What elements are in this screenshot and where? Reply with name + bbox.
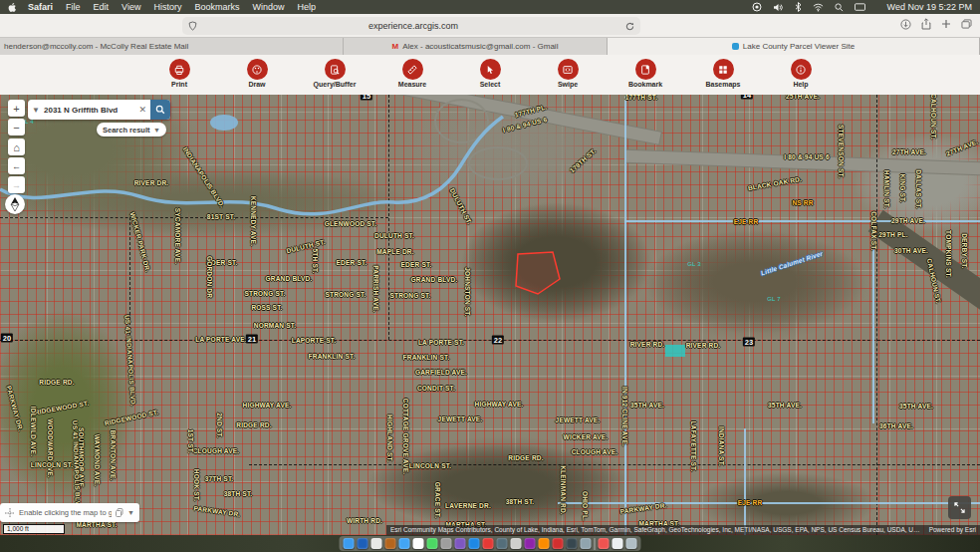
apple-menu-icon[interactable] (8, 2, 18, 12)
menu-item-view[interactable]: View (122, 2, 140, 12)
search-result-dropdown[interactable]: Search result ▼ (97, 123, 166, 137)
dock-app-downloads[interactable] (599, 538, 610, 549)
dock-app-calendar[interactable] (413, 538, 424, 549)
privacy-shield-icon[interactable] (188, 21, 197, 31)
menu-item-bookmarks[interactable]: Bookmarks (194, 2, 239, 12)
dock-app-excel-x[interactable] (483, 538, 494, 549)
display-icon[interactable] (855, 3, 865, 12)
tool-label: Help (793, 81, 808, 88)
menu-item-safari[interactable]: Safari (28, 2, 53, 12)
zoom-out-button[interactable]: − (8, 119, 25, 136)
attribution-text: Esri Community Maps Contributors, County… (390, 525, 921, 535)
back-button[interactable]: ← (8, 157, 25, 174)
safari-toolbar: experience.arcgis.com (0, 14, 980, 38)
volume-icon[interactable] (773, 3, 784, 12)
swipe-tool-button[interactable]: Swipe (542, 59, 594, 88)
clear-search-icon[interactable]: ✕ (134, 105, 150, 115)
tool-label: Draw (248, 81, 265, 88)
draw-tool-button[interactable]: Draw (231, 59, 283, 88)
attribution-bar: Esri Community Maps Contributors, County… (386, 525, 980, 535)
dock-app-acrobat[interactable] (553, 538, 564, 549)
search-source-chevron-icon[interactable]: ▼ (28, 106, 44, 115)
dock-app-app-light[interactable] (511, 538, 522, 549)
dock-app-app-azure[interactable] (469, 538, 480, 549)
wifi-icon[interactable] (813, 3, 824, 12)
scale-bar: 1,000 ft (3, 524, 65, 534)
tab-label: Lake County Parcel Viewer Site (743, 42, 855, 51)
dock-app-app-orange[interactable] (539, 538, 550, 549)
search-submit-button[interactable] (150, 100, 170, 120)
menu-item-file[interactable]: File (66, 2, 81, 12)
browser-tab-1[interactable]: henderson@mccolly.com - McColly Real Est… (0, 38, 344, 55)
dock-app-app-blue[interactable] (358, 538, 368, 549)
map-canvas[interactable]: GL 4INDIANAPOLIS BLVD.RIVER DR.WICKER PA… (0, 95, 980, 535)
query-icon (325, 59, 346, 80)
select-tool-button[interactable]: Select (464, 59, 516, 88)
dock-app-app-brown[interactable] (385, 538, 396, 549)
tool-label: Print (171, 81, 187, 88)
dock-app-mail[interactable] (399, 538, 410, 549)
dock-app-app-gray[interactable] (441, 538, 452, 549)
dock-app-app-slate[interactable] (497, 538, 508, 549)
expand-widget-button[interactable] (948, 496, 971, 519)
dock-app-app-violet[interactable] (525, 538, 536, 549)
browser-tab-2[interactable]: MAlex - acousticatsmusic@gmail.com - Gma… (344, 38, 608, 55)
route-line (872, 249, 874, 423)
tool-label: Select (480, 81, 501, 88)
powered-by-esri: Powered by Esri (929, 525, 976, 535)
reload-icon[interactable] (625, 22, 634, 31)
basemaps-tool-button[interactable]: Basemaps (697, 59, 749, 88)
search-icon[interactable] (835, 3, 844, 12)
bookmark-tool-button[interactable]: Bookmark (619, 59, 671, 88)
menu-item-window[interactable]: Window (252, 2, 284, 12)
downloads-icon[interactable] (900, 19, 911, 30)
menu-item-history[interactable]: History (153, 2, 181, 12)
dock-app-messages[interactable] (427, 538, 438, 549)
menu-item-edit[interactable]: Edit (94, 2, 110, 12)
new-tab-icon[interactable] (941, 19, 951, 29)
help-tool-button[interactable]: Help (775, 59, 827, 88)
screen: SafariFileEditViewHistoryBookmarksWindow… (0, 0, 980, 552)
measure-icon (402, 59, 423, 80)
dock-app-document[interactable] (612, 538, 623, 549)
measure-tool-button[interactable]: Measure (386, 59, 438, 88)
home-button[interactable]: ⌂ (8, 138, 25, 155)
basemaps-icon (713, 59, 734, 80)
dock-app-trash[interactable] (626, 538, 637, 549)
dock-separator (595, 538, 596, 550)
zoom-in-button[interactable]: + (8, 100, 25, 117)
print-tool-button[interactable]: Print (153, 59, 205, 88)
compass-button[interactable] (5, 194, 25, 214)
dock-app-app-dark[interactable] (567, 538, 578, 549)
bluetooth-icon[interactable] (795, 2, 802, 12)
dock-app-browser[interactable] (371, 538, 382, 549)
map-click-toggle-widget[interactable]: Enable clicking the map to g... ▼ (0, 503, 139, 522)
tool-label: Measure (398, 81, 426, 88)
dock-app-app-purple[interactable] (455, 538, 466, 549)
section-line (249, 464, 980, 465)
address-bar[interactable]: experience.arcgis.com (182, 17, 640, 35)
dock-app-app-steel[interactable] (581, 538, 592, 549)
dock-app-finder[interactable] (344, 538, 355, 549)
share-icon[interactable] (921, 18, 931, 30)
section-line (388, 95, 389, 340)
tab-overview-icon[interactable] (961, 19, 972, 29)
forward-button[interactable]: → (8, 176, 25, 193)
site-favicon (732, 43, 739, 50)
status-icons: Wed Nov 19 5:22 PM (752, 2, 972, 12)
query-tool-button[interactable]: Query/Buffer (309, 59, 361, 88)
clock: Wed Nov 19 5:22 PM (887, 2, 972, 12)
interchange-loop (468, 146, 528, 180)
section-line (0, 340, 980, 341)
search-input[interactable] (44, 106, 134, 115)
tool-label: Bookmark (628, 81, 662, 88)
gmail-icon: M (392, 43, 399, 51)
browser-tab-3[interactable]: Lake County Parcel Viewer Site (608, 38, 980, 55)
tool-label: Swipe (558, 81, 578, 88)
print-icon (169, 59, 190, 80)
cline-ave-route-line (624, 95, 626, 535)
menu-item-help[interactable]: Help (297, 2, 316, 12)
chevron-down-icon[interactable]: ▼ (127, 509, 134, 516)
record-icon[interactable] (752, 2, 762, 12)
copy-icon[interactable] (116, 508, 123, 517)
